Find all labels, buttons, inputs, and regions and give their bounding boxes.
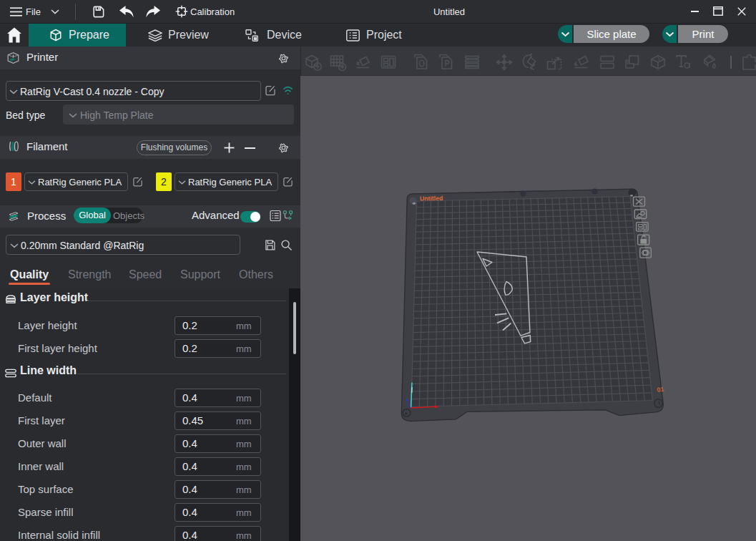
svg-text:Untitled: Untitled [420, 195, 443, 203]
svg-text:01: 01 [657, 386, 664, 394]
